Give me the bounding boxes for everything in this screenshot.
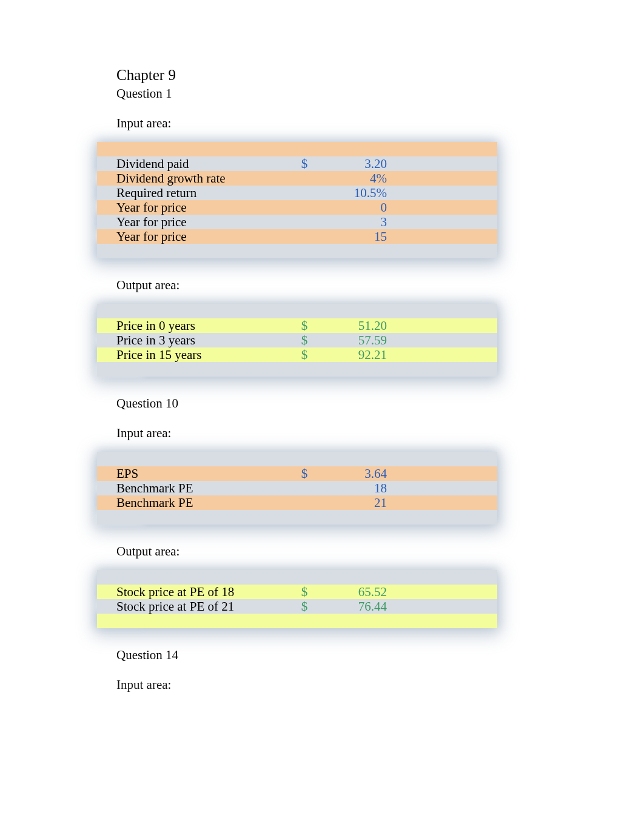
row-label: Stock price at PE of 21	[97, 599, 297, 614]
chapter-title: Chapter 9	[116, 67, 509, 84]
row-value: 3.64	[312, 466, 391, 481]
currency-symbol: $	[297, 318, 312, 334]
row-value: 21	[312, 495, 391, 511]
spacer-row	[97, 510, 497, 525]
table-row: Dividend growth rate 4%	[97, 171, 497, 186]
table-row: Price in 0 years $ 51.20	[97, 318, 497, 333]
table-row: Stock price at PE of 18 $ 65.52	[97, 585, 497, 599]
spacer-row	[97, 614, 497, 628]
table-row: Year for price 15	[97, 229, 497, 244]
input-area-label-q1: Input area:	[116, 116, 509, 131]
row-value: 3.20	[312, 156, 391, 172]
q1-output-panel: Price in 0 years $ 51.20 Price in 3 year…	[97, 304, 497, 377]
row-label: Benchmark PE	[97, 495, 297, 511]
q1-input-panel: Dividend paid $ 3.20 Dividend growth rat…	[97, 142, 497, 258]
currency-symbol: $	[297, 347, 312, 363]
row-value: 10.5%	[312, 186, 391, 201]
question-label-q10: Question 10	[116, 396, 509, 411]
row-value: 76.44	[312, 599, 391, 614]
input-area-label-q14: Input area:	[116, 677, 509, 692]
table-row: Benchmark PE 18	[97, 481, 497, 495]
row-label: EPS	[97, 466, 297, 481]
spacer-row	[97, 570, 497, 585]
table-row: EPS $ 3.64	[97, 466, 497, 481]
output-area-label-q1: Output area:	[116, 278, 509, 293]
spacer-row	[97, 362, 497, 377]
table-row: Required return 10.5%	[97, 186, 497, 200]
currency-symbol: $	[297, 156, 312, 172]
currency-symbol: $	[297, 466, 312, 481]
q10-output-panel: Stock price at PE of 18 $ 65.52 Stock pr…	[97, 570, 497, 628]
input-area-label-q10: Input area:	[116, 426, 509, 441]
table-row: Year for price 3	[97, 215, 497, 229]
row-label: Price in 15 years	[97, 347, 297, 363]
row-label: Dividend growth rate	[97, 171, 297, 186]
row-label: Year for price	[97, 200, 297, 215]
q10-input-panel: EPS $ 3.64 Benchmark PE 18 Benchmark PE …	[97, 452, 497, 525]
row-value: 51.20	[312, 318, 391, 334]
spacer-row	[97, 304, 497, 318]
currency-symbol: $	[297, 585, 312, 600]
row-label: Price in 3 years	[97, 333, 297, 348]
row-value: 92.21	[312, 347, 391, 363]
row-label: Year for price	[97, 215, 297, 230]
row-value: 65.52	[312, 585, 391, 600]
table-row: Year for price 0	[97, 200, 497, 215]
table-row: Price in 15 years $ 92.21	[97, 347, 497, 362]
row-label: Dividend paid	[97, 156, 297, 172]
row-label: Stock price at PE of 18	[97, 585, 297, 600]
table-row: Dividend paid $ 3.20	[97, 156, 497, 171]
row-label: Price in 0 years	[97, 318, 297, 334]
table-row: Stock price at PE of 21 $ 76.44	[97, 599, 497, 614]
table-row: Price in 3 years $ 57.59	[97, 333, 497, 347]
row-label: Required return	[97, 186, 297, 201]
row-label: Year for price	[97, 229, 297, 244]
row-label: Benchmark PE	[97, 481, 297, 496]
spacer-row	[97, 244, 497, 258]
currency-symbol: $	[297, 333, 312, 348]
row-value: 3	[312, 215, 391, 230]
question-label-q14: Question 14	[116, 648, 509, 663]
spacer-row	[97, 142, 497, 156]
row-value: 57.59	[312, 333, 391, 348]
row-value: 18	[312, 481, 391, 496]
output-area-label-q10: Output area:	[116, 544, 509, 559]
row-value: 0	[312, 200, 391, 215]
document-content: Chapter 9 Question 1 Input area: Dividen…	[49, 67, 509, 703]
row-value: 4%	[312, 171, 391, 186]
table-row: Benchmark PE 21	[97, 495, 497, 510]
spacer-row	[97, 452, 497, 466]
row-value: 15	[312, 229, 391, 244]
currency-symbol: $	[297, 599, 312, 614]
question-label-q1: Question 1	[116, 86, 509, 101]
